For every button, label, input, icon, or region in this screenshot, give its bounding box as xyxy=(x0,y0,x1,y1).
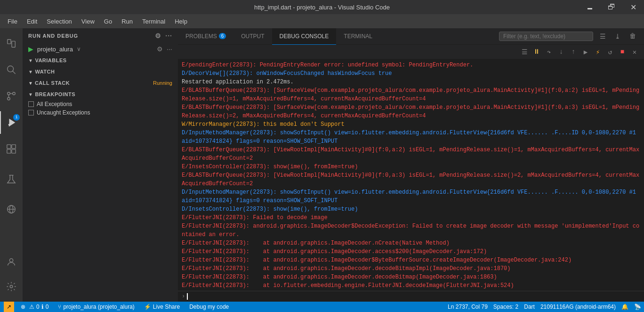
log-line-19: E/FlutterJNI(22873): at io.flutter.embed… xyxy=(182,281,640,290)
console-cursor xyxy=(187,293,188,300)
tab-output-label: OUTPUT xyxy=(241,33,264,40)
menu-terminal[interactable]: Terminal xyxy=(138,16,169,27)
notifications-item[interactable]: 🔔 xyxy=(619,302,631,312)
console-output[interactable]: E/pendingEnter(22873): PendingEntryRende… xyxy=(178,59,644,291)
maximize-button[interactable]: 🗗 xyxy=(601,0,622,14)
step-over-icon[interactable]: ↷ xyxy=(543,46,555,57)
menu-selection[interactable]: Selection xyxy=(43,16,75,27)
panel-tab-bar: PROBLEMS 6 OUTPUT DEBUG CONSOLE TERMINAL… xyxy=(178,28,644,45)
uncaught-exceptions-checkbox[interactable] xyxy=(28,110,34,115)
pause-icon[interactable]: ⏸ xyxy=(531,46,542,57)
platform-item[interactable]: 21091116AG (android-arm64) xyxy=(538,302,619,312)
settings-gear-icon[interactable]: ⚙ xyxy=(155,32,161,40)
restart-icon[interactable]: ↺ xyxy=(604,46,616,57)
minimize-button[interactable]: 🗕 xyxy=(579,0,601,14)
cursor-position-item[interactable]: Ln 2737, Col 79 xyxy=(445,302,491,312)
search-icon[interactable] xyxy=(0,58,23,81)
activity-bar-bottom xyxy=(0,251,23,298)
tab-terminal[interactable]: TERMINAL xyxy=(336,28,380,45)
activity-bar: 1 xyxy=(0,28,23,302)
breakpoints-section-header[interactable]: ▼ BREAKPOINTS xyxy=(23,89,178,100)
branch-status-item[interactable]: ⑂ projeto_alura (projeto_alura) xyxy=(55,302,137,312)
debug-toolbar: ☰ ⏸ ↷ ↓ ↑ ▶ ⚡ ↺ ■ ✕ xyxy=(178,45,644,59)
menu-icon[interactable]: ☰ xyxy=(597,31,608,42)
tab-terminal-label: TERMINAL xyxy=(344,33,372,40)
close-panel-icon[interactable]: ✕ xyxy=(629,46,640,57)
remote-icon: ↗ xyxy=(7,304,11,310)
svg-rect-13 xyxy=(12,145,16,148)
language-label: Dart xyxy=(524,304,535,310)
console-input-area: › xyxy=(178,291,644,302)
watch-section-header[interactable]: ▼ WATCH xyxy=(23,66,178,77)
log-line-17: E/FlutterJNI(22873): at android.graphics… xyxy=(182,264,640,273)
tab-debug-console[interactable]: DEBUG CONSOLE xyxy=(272,28,337,45)
errors-status-item[interactable]: ⊗ ⚠ 0 ℹ 0 xyxy=(18,302,51,312)
menu-file[interactable]: File xyxy=(4,16,21,27)
live-share-status-item[interactable]: ⚡ Live Share xyxy=(141,302,183,312)
account-icon[interactable] xyxy=(0,251,23,273)
close-button[interactable]: ✕ xyxy=(622,0,644,14)
menu-run[interactable]: Run xyxy=(118,16,137,27)
broadcast-item[interactable]: 📡 xyxy=(631,302,644,312)
explorer-icon[interactable] xyxy=(0,32,23,55)
language-item[interactable]: Dart xyxy=(521,302,538,312)
menu-view[interactable]: View xyxy=(78,16,98,27)
log-line-14: E/FlutterJNI(22873): at android.graphics… xyxy=(182,239,640,247)
extensions-icon[interactable] xyxy=(0,138,23,160)
log-line-16: E/FlutterJNI(22873): at android.graphics… xyxy=(182,256,640,264)
spaces-item[interactable]: Spaces: 2 xyxy=(491,302,521,312)
remote-status-item[interactable]: ↗ xyxy=(4,302,14,312)
run-button[interactable]: ▶ xyxy=(28,45,33,53)
variables-label: VARIABLES xyxy=(35,57,66,63)
live-share-icon: ⚡ xyxy=(144,304,151,310)
scroll-down-icon[interactable]: ⤓ xyxy=(612,31,623,42)
log-line-7: E/BLASTBufferQueue(22873): [ViewRootImpl… xyxy=(182,146,640,163)
menu-help[interactable]: Help xyxy=(171,16,191,27)
config-gear-icon[interactable]: ⚙ xyxy=(157,45,163,53)
svg-point-5 xyxy=(8,98,10,100)
step-out-icon[interactable]: ↑ xyxy=(568,46,579,57)
config-dropdown-icon[interactable]: ∨ xyxy=(77,46,81,52)
call-stack-section-header[interactable]: ▼ CALL STACK Running xyxy=(23,77,178,89)
variables-section-header[interactable]: ▼ VARIABLES xyxy=(23,55,178,66)
testing-icon[interactable] xyxy=(0,168,23,190)
step-into-icon[interactable]: ↓ xyxy=(555,46,567,57)
trash-icon[interactable]: 🗑 xyxy=(627,31,638,42)
run-debug-badge: 1 xyxy=(13,114,20,121)
source-control-icon[interactable] xyxy=(0,85,23,107)
tab-output[interactable]: OUTPUT xyxy=(233,28,272,45)
all-exceptions-checkbox[interactable] xyxy=(28,101,34,107)
more-actions-icon[interactable]: ··· xyxy=(165,32,172,40)
log-line-5: W/MirrorManager(22873): this model don't… xyxy=(182,120,640,129)
remote-explore-icon[interactable] xyxy=(0,198,23,221)
svg-point-6 xyxy=(13,92,16,95)
warning-icon: ⚠ xyxy=(29,304,34,310)
svg-rect-0 xyxy=(8,40,11,44)
tab-problems[interactable]: PROBLEMS 6 xyxy=(178,28,233,45)
filter-input[interactable] xyxy=(499,32,593,41)
hamburger-icon[interactable]: ☰ xyxy=(519,46,530,57)
main-layout: 1 xyxy=(0,28,644,302)
svg-point-11 xyxy=(8,124,10,126)
continue-icon[interactable]: ▶ xyxy=(580,46,591,57)
sidebar-title: RUN AND DEBUG xyxy=(28,33,78,39)
info-count: 0 xyxy=(46,304,49,310)
debug-my-code-status-item[interactable]: Debug my code xyxy=(186,302,232,312)
config-name[interactable]: projeto_alura xyxy=(37,46,73,53)
svg-rect-15 xyxy=(12,149,16,153)
hot-reload-icon[interactable]: ⚡ xyxy=(592,46,604,57)
live-share-label: Live Share xyxy=(153,304,180,310)
breakpoints-chevron-icon: ▼ xyxy=(28,92,33,97)
menu-go[interactable]: Go xyxy=(100,16,116,27)
stop-icon[interactable]: ■ xyxy=(617,46,628,57)
svg-rect-12 xyxy=(7,145,11,148)
config-more-icon[interactable]: ··· xyxy=(167,45,172,53)
callstack-label: CALL STACK xyxy=(35,80,70,86)
log-line-3: E/BLASTBufferQueue(22873): [SurfaceView[… xyxy=(182,86,640,103)
log-line-10: D/InputMethodManager(22873): showSoftInp… xyxy=(182,188,640,205)
settings-icon[interactable] xyxy=(0,275,23,298)
uncaught-exceptions-label: Uncaught Exceptions xyxy=(37,109,90,116)
window-title: http_impl.dart - projeto_alura - Visual … xyxy=(254,4,390,11)
run-debug-icon[interactable]: 1 xyxy=(0,111,23,134)
menu-edit[interactable]: Edit xyxy=(23,16,41,27)
